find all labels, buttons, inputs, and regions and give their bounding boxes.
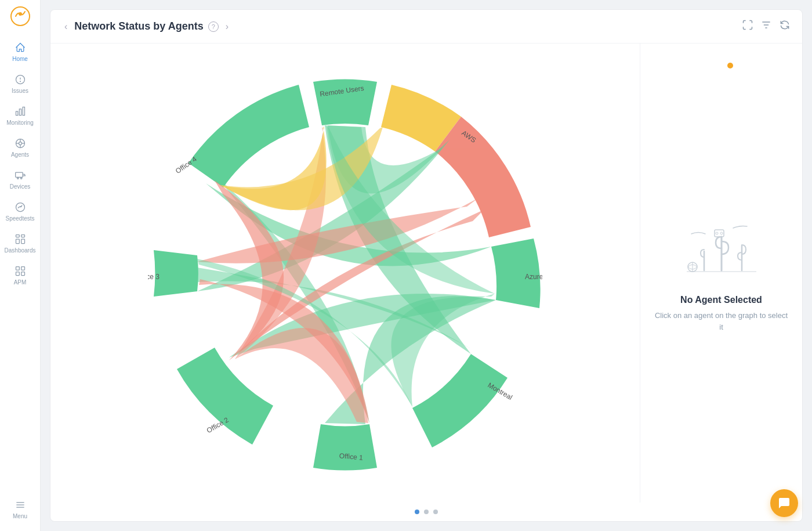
sidebar-item-monitoring[interactable]: Monitoring (0, 100, 40, 132)
sidebar-item-agents[interactable]: Agents (0, 132, 40, 164)
chart-area[interactable]: Remote Users AWS Azure Montreal Office 1… (50, 44, 640, 503)
sidebar-item-issues-label: Issues (12, 88, 28, 94)
sidebar-item-home[interactable]: Home (0, 36, 40, 68)
sidebar-item-menu[interactable]: Menu (0, 493, 40, 525)
sidebar-item-apm-label: APM (14, 279, 27, 286)
segment-aws-salmon[interactable] (435, 117, 531, 237)
svg-point-9 (19, 142, 21, 145)
logo[interactable] (10, 6, 31, 27)
sidebar-item-apm[interactable]: APM (0, 259, 40, 291)
help-icon[interactable]: ? (208, 21, 219, 32)
no-agent-subtitle: Click on an agent on the graph to select… (652, 310, 791, 333)
label-azure: Azure (525, 273, 542, 281)
svg-rect-22 (16, 267, 19, 270)
refresh-icon[interactable] (779, 19, 791, 34)
svg-point-35 (716, 232, 718, 234)
sidebar-item-monitoring-label: Monitoring (6, 120, 34, 126)
svg-rect-18 (16, 235, 19, 237)
sidebar-item-devices[interactable]: Devices (0, 164, 40, 196)
pagination-dot-3[interactable] (433, 510, 438, 514)
svg-rect-5 (16, 111, 17, 115)
widget-header-left: ‹ Network Status by Agents ? › (62, 20, 737, 33)
svg-point-15 (17, 178, 19, 179)
no-agent-illustration (675, 214, 768, 283)
sidebar-item-devices-label: Devices (10, 183, 31, 190)
main-content: ‹ Network Status by Agents ? › (41, 0, 812, 531)
widget-card: ‹ Network Status by Agents ? › (50, 9, 803, 522)
pagination-dot-1[interactable] (415, 510, 419, 514)
widget-header: ‹ Network Status by Agents ? › (50, 10, 802, 44)
svg-rect-7 (23, 107, 24, 115)
svg-rect-14 (15, 172, 23, 177)
sidebar-item-home-label: Home (12, 56, 28, 62)
segment-office4[interactable] (188, 85, 309, 187)
sidebar-item-dashboards[interactable]: Dashboards (0, 227, 40, 259)
segment-office2[interactable] (177, 348, 273, 445)
svg-point-16 (20, 178, 22, 179)
label-office3: Office 3 (148, 273, 160, 281)
chat-button[interactable] (770, 489, 798, 517)
expand-icon[interactable] (742, 19, 753, 34)
widget-header-actions (742, 19, 791, 34)
sidebar-item-speedtests[interactable]: Speedtests (0, 196, 40, 227)
nav-prev-button[interactable]: ‹ (62, 20, 70, 33)
chord-diagram[interactable]: Remote Users AWS Azure Montreal Office 1… (148, 76, 542, 471)
sidebar: Home Issues Monitoring Agents Devices Sp… (0, 0, 41, 531)
pagination-dot-2[interactable] (424, 510, 429, 514)
svg-rect-24 (16, 272, 19, 276)
pagination-dots (50, 503, 802, 521)
widget-body: Remote Users AWS Azure Montreal Office 1… (50, 44, 802, 503)
svg-point-1 (19, 12, 22, 16)
svg-rect-19 (21, 235, 24, 237)
nav-next-button[interactable]: › (223, 20, 231, 33)
segment-office1[interactable] (313, 424, 377, 471)
no-agent-title: No Agent Selected (680, 295, 762, 305)
right-panel: No Agent Selected Click on an agent on t… (640, 44, 802, 503)
svg-rect-23 (21, 267, 24, 270)
svg-rect-6 (19, 109, 21, 115)
sidebar-menu-label: Menu (13, 513, 27, 519)
sidebar-item-issues[interactable]: Issues (0, 68, 40, 100)
svg-rect-25 (21, 272, 24, 276)
sidebar-item-agents-label: Agents (11, 151, 29, 158)
segment-montreal[interactable] (412, 354, 507, 447)
filter-icon[interactable] (760, 19, 772, 34)
widget-title: Network Status by Agents (74, 20, 203, 32)
svg-point-4 (20, 81, 20, 82)
svg-point-0 (11, 7, 30, 26)
chat-icon (777, 496, 791, 510)
sidebar-item-dashboards-label: Dashboards (5, 247, 36, 254)
notification-dot (727, 63, 733, 68)
sidebar-item-speedtests-label: Speedtests (5, 215, 34, 222)
svg-rect-21 (21, 239, 24, 244)
svg-rect-20 (16, 239, 19, 244)
svg-point-36 (720, 232, 723, 234)
segment-office3[interactable] (154, 250, 198, 297)
